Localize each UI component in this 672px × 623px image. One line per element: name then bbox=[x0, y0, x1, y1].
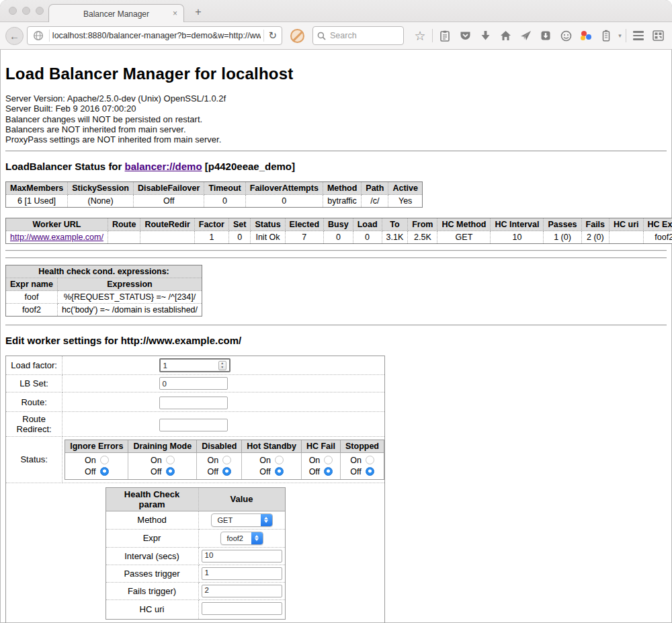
hc-uri-input[interactable] bbox=[202, 602, 282, 615]
hc-param-row-hcuri: HC uri bbox=[106, 600, 285, 619]
status-on-radio[interactable] bbox=[100, 456, 109, 464]
menu-hamburger-icon[interactable] bbox=[630, 28, 646, 44]
send-icon[interactable] bbox=[517, 28, 534, 44]
worker-column-header: HC Expr bbox=[644, 218, 672, 231]
hc-expr-column-header: Expr name bbox=[6, 278, 58, 291]
reload-icon[interactable]: ↻ bbox=[268, 30, 277, 42]
worker-url-link[interactable]: http://www.example.com/ bbox=[10, 233, 103, 242]
form-row-hc-params: Health Check paramValue Method GET bbox=[6, 483, 384, 623]
status-off-radio[interactable] bbox=[366, 467, 374, 476]
toolbar-separator bbox=[626, 29, 626, 42]
worker-column-header: Busy bbox=[324, 218, 353, 231]
expr-label: Expr bbox=[106, 530, 199, 548]
load-factor-input[interactable]: 1 ▲▼ bbox=[159, 358, 230, 372]
page-content: Load Balancer Manager for localhost Serv… bbox=[0, 65, 672, 623]
worker-cell: Init Ok bbox=[251, 231, 285, 243]
bookmark-star-icon[interactable]: ☆ bbox=[412, 28, 428, 44]
zoom-window-button[interactable] bbox=[36, 7, 44, 15]
back-button[interactable]: ← bbox=[5, 27, 24, 45]
summary-column-header: Active bbox=[388, 182, 422, 195]
status-column-header: Disabled bbox=[197, 440, 242, 453]
route-redirect-input[interactable] bbox=[159, 419, 228, 431]
url-divider bbox=[263, 30, 264, 42]
interval-label: Interval (secs) bbox=[106, 548, 199, 565]
status-radio-cell: OnOff bbox=[128, 453, 197, 479]
worker-header-row: Worker URLRouteRouteRedirFactorSetStatus… bbox=[6, 218, 672, 231]
pocket-icon[interactable] bbox=[457, 28, 473, 44]
worker-cell: 7 bbox=[286, 231, 324, 243]
number-stepper-icon[interactable]: ▲▼ bbox=[218, 361, 226, 370]
theme-colors-icon[interactable] bbox=[578, 28, 594, 44]
worker-cell bbox=[108, 231, 140, 243]
feedback-smiley-icon[interactable] bbox=[558, 28, 574, 44]
globe-icon bbox=[33, 30, 44, 41]
tab-close-icon[interactable]: × bbox=[173, 9, 177, 18]
close-window-button[interactable] bbox=[9, 7, 17, 15]
fails-input[interactable]: 2 bbox=[202, 585, 282, 597]
form-row-route-redirect: Route Redirect: bbox=[6, 412, 384, 437]
search-icon bbox=[317, 32, 326, 40]
new-tab-button[interactable]: + bbox=[191, 6, 206, 18]
summary-column-header: FailoverAttempts bbox=[246, 182, 323, 195]
download-icon[interactable] bbox=[477, 28, 493, 44]
status-on-radio[interactable] bbox=[366, 456, 374, 464]
method-label: Method bbox=[106, 511, 199, 530]
route-input[interactable] bbox=[159, 397, 228, 409]
search-bar[interactable]: Search bbox=[312, 26, 404, 45]
route-redirect-label: Route Redirect: bbox=[6, 412, 62, 437]
status-on-radio[interactable] bbox=[275, 456, 284, 464]
passes-input[interactable]: 1 bbox=[202, 567, 282, 580]
block-icon[interactable] bbox=[290, 29, 304, 43]
page-title: Load Balancer Manager for localhost bbox=[5, 65, 667, 83]
worker-url-cell: http://www.example.com/ bbox=[6, 231, 108, 243]
status-column-header: Draining Mode bbox=[128, 440, 197, 453]
server-built-line: Server Built: Feb 9 2016 07:00:20 bbox=[5, 103, 667, 114]
dropdown-caret-icon[interactable]: ▾ bbox=[618, 32, 622, 39]
url-text[interactable]: localhost:8880/balancer-manager?b=demo&w… bbox=[52, 31, 261, 40]
hc-params-table: Health Check paramValue Method GET bbox=[106, 487, 286, 620]
save-to-device-icon[interactable] bbox=[538, 28, 554, 44]
status-on-label: On bbox=[207, 456, 218, 465]
worker-table: Worker URLRouteRouteRedirFactorSetStatus… bbox=[5, 218, 672, 244]
balancer-link[interactable]: balancer://demo bbox=[125, 161, 202, 172]
back-icon: ← bbox=[9, 30, 19, 42]
status-radio-row: OnOffOnOffOnOffOnOffOnOffOnOff bbox=[65, 453, 384, 479]
lb-set-input[interactable]: 0 bbox=[159, 377, 228, 390]
minimize-window-button[interactable] bbox=[22, 7, 30, 15]
worker-column-header: From bbox=[408, 218, 437, 231]
status-off-radio[interactable] bbox=[222, 467, 231, 476]
clipboard-icon[interactable] bbox=[437, 28, 453, 44]
url-bar[interactable]: localhost:8880/balancer-manager?b=demo&w… bbox=[27, 26, 282, 45]
home-icon[interactable] bbox=[497, 28, 513, 44]
worker-cell: 3.1K bbox=[382, 231, 409, 243]
worker-cell: 10 bbox=[491, 231, 544, 243]
status-off-radio[interactable] bbox=[324, 467, 333, 476]
status-off-radio[interactable] bbox=[166, 467, 175, 476]
status-on-radio[interactable] bbox=[166, 456, 175, 464]
browser-tab[interactable]: Balancer Manager × bbox=[48, 4, 184, 23]
summary-cell: bytraffic bbox=[323, 195, 362, 207]
form-row-status: Status: Ignore ErrorsDraining ModeDisabl… bbox=[6, 437, 384, 483]
summary-column-header: Method bbox=[323, 182, 362, 195]
status-on-radio[interactable] bbox=[324, 456, 333, 464]
battery-icon[interactable] bbox=[598, 28, 614, 44]
interval-input[interactable]: 10 bbox=[202, 550, 282, 563]
status-on-radio[interactable] bbox=[222, 456, 231, 464]
status-off-radio[interactable] bbox=[275, 467, 284, 476]
tab-groups-icon[interactable] bbox=[650, 28, 667, 44]
status-radio-cell: OnOff bbox=[341, 453, 384, 479]
worker-cell: 0 bbox=[229, 231, 251, 243]
status-radio-cell: OnOff bbox=[242, 453, 302, 479]
worker-column-header: Status bbox=[251, 218, 285, 231]
worker-column-header: HC uri bbox=[610, 218, 644, 231]
worker-column-header: Route bbox=[108, 218, 140, 231]
form-row-route: Route: bbox=[6, 392, 384, 412]
worker-column-header: To bbox=[382, 218, 409, 231]
summary-cell: 6 [1 Used] bbox=[6, 195, 68, 207]
worker-column-header: Load bbox=[353, 218, 382, 231]
summary-column-header: StickySession bbox=[68, 182, 134, 195]
status-column-header: Hot Standby bbox=[242, 440, 302, 453]
expr-select[interactable]: foof2 bbox=[220, 532, 263, 545]
method-select[interactable]: GET bbox=[211, 513, 273, 527]
status-off-radio[interactable] bbox=[100, 467, 109, 476]
